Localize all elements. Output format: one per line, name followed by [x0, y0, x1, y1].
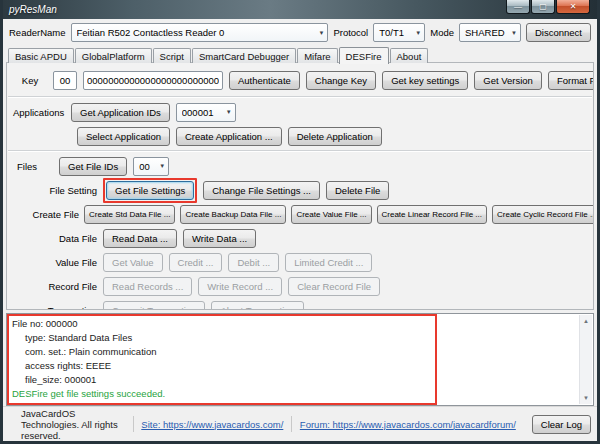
title-bar[interactable]: pyResMan — ▢ ✕	[0, 0, 600, 19]
minimize-button[interactable]: —	[506, 0, 530, 14]
get-application-ids-button[interactable]: Get Application IDs	[71, 103, 170, 122]
change-file-settings-button[interactable]: Change File Settings ...	[203, 181, 320, 200]
file-setting-row: File Setting Get File Settings Change Fi…	[7, 178, 593, 202]
applications-label: Applications	[13, 107, 65, 118]
clear-log-button[interactable]: Clear Log	[532, 415, 591, 434]
forum-link[interactable]: Forum: https://www.javacardos.com/javaca…	[300, 419, 516, 430]
get-key-settings-button[interactable]: Get key settings	[382, 71, 468, 90]
copyright-text: JavaCardOS Technologies. All rights rese…	[21, 408, 125, 441]
authenticate-button[interactable]: Authenticate	[229, 71, 300, 90]
delete-file-button[interactable]: Delete File	[326, 181, 389, 200]
chevron-down-icon: ▼	[415, 30, 421, 36]
status-divider	[291, 416, 292, 432]
annotation-box-get-file-settings: Get File Settings	[103, 178, 197, 203]
applications-row-1: Applications Get Application IDs 000001 …	[7, 100, 593, 124]
create-backup-data-file-button[interactable]: Create Backup Data File ...	[180, 205, 286, 224]
read-records-button: Read Records ...	[103, 277, 192, 296]
transaction-label: Transaction	[13, 305, 97, 311]
log-scrollbar[interactable]: ▲ ▼	[579, 315, 592, 404]
protocol-label: Protocol	[333, 27, 368, 38]
key-value-input[interactable]	[83, 71, 223, 90]
scroll-down-icon[interactable]: ▼	[580, 392, 592, 404]
reader-name-label: ReaderName	[9, 27, 66, 38]
debit-button: Debit ...	[228, 253, 279, 272]
status-divider	[133, 416, 134, 432]
log-line-file-no: File no: 000000	[12, 317, 575, 331]
tab-mifare[interactable]: Mifare	[297, 48, 337, 63]
tab-basic-apdu[interactable]: Basic APDU	[8, 48, 74, 63]
get-file-settings-button[interactable]: Get File Settings	[106, 181, 194, 200]
create-cyclic-record-file-button[interactable]: Create Cyclic Record File ...	[492, 205, 594, 224]
section-divider	[8, 150, 592, 152]
applications-row-2: Select Application Create Application ..…	[7, 124, 593, 148]
log-line-type: type: Standard Data Files	[12, 331, 575, 345]
window-controls: — ▢ ✕	[505, 0, 590, 14]
section-divider	[8, 96, 592, 98]
change-key-button[interactable]: Change Key	[306, 71, 376, 90]
get-version-button[interactable]: Get Version	[474, 71, 542, 90]
file-setting-label: File Setting	[13, 185, 97, 196]
key-section: Key Authenticate Change Key Get key sett…	[7, 66, 593, 94]
delete-application-button[interactable]: Delete Application	[288, 127, 382, 146]
mode-select[interactable]: SHARED ▼	[459, 23, 521, 42]
data-file-label: Data File	[13, 233, 97, 244]
chevron-down-icon: ▼	[226, 109, 232, 115]
window-title: pyResMan	[9, 4, 57, 15]
create-file-row: Create File Create Std Data File ... Cre…	[7, 202, 593, 226]
write-record-button: Write Record ...	[198, 277, 282, 296]
create-linear-record-file-button[interactable]: Create Linear Record File ...	[377, 205, 488, 224]
read-data-button[interactable]: Read Data ...	[103, 229, 177, 248]
maximize-button[interactable]: ▢	[531, 0, 555, 14]
log-line-access-rights: access rights: EEEE	[12, 359, 575, 373]
tab-about[interactable]: About	[390, 48, 429, 63]
reader-toolbar: ReaderName Feitian R502 Contactless Read…	[3, 19, 597, 46]
select-application-button[interactable]: Select Application	[77, 127, 170, 146]
format-picc-button[interactable]: Format PICC	[548, 71, 594, 90]
credit-button: Credit ...	[169, 253, 223, 272]
tab-globalplatform[interactable]: GlobalPlatform	[75, 48, 152, 63]
value-file-row: Value File Get Value Credit ... Debit ..…	[7, 250, 593, 274]
site-link[interactable]: Site: https://www.javacardos.com/	[141, 419, 283, 430]
clear-record-file-button: Clear Record File	[288, 277, 380, 296]
create-application-button[interactable]: Create Application ...	[176, 127, 282, 146]
chevron-down-icon: ▼	[318, 30, 324, 36]
log-line-file-size: file_size: 000001	[12, 373, 575, 387]
log-line-com-set: com. set.: Plain communication	[12, 345, 575, 359]
status-bar: JavaCardOS Technologies. All rights rese…	[3, 406, 597, 441]
reader-name-select[interactable]: Feitian R502 Contactless Reader 0 ▼	[71, 23, 329, 42]
value-file-label: Value File	[13, 257, 97, 268]
application-id-select[interactable]: 000001 ▼	[176, 103, 236, 122]
create-file-label: Create File	[13, 209, 79, 220]
create-value-file-button[interactable]: Create Value File ...	[291, 205, 371, 224]
close-icon: ✕	[570, 3, 577, 11]
desfire-tab-panel: Key Authenticate Change Key Get key sett…	[6, 62, 594, 310]
close-button[interactable]: ✕	[556, 0, 590, 14]
log-output[interactable]: File no: 000000 type: Standard Data File…	[6, 313, 594, 406]
tab-script[interactable]: Script	[153, 48, 191, 63]
transaction-row: Transaction Commit Transaction Abort Tra…	[7, 298, 593, 310]
application-id-value: 000001	[182, 107, 220, 118]
limited-credit-button: Limited Credit ...	[285, 253, 372, 272]
file-id-value: 00	[139, 161, 153, 172]
get-file-ids-button[interactable]: Get File IDs	[59, 157, 127, 176]
write-data-button[interactable]: Write Data ...	[183, 229, 256, 248]
protocol-select[interactable]: T0/T1 ▼	[373, 23, 425, 42]
mode-label: Mode	[430, 27, 454, 38]
disconnect-button[interactable]: Disconnect	[526, 23, 591, 42]
get-value-button: Get Value	[103, 253, 163, 272]
create-std-data-file-button[interactable]: Create Std Data File ...	[84, 205, 175, 224]
file-id-select[interactable]: 00 ▼	[133, 157, 169, 176]
chevron-down-icon: ▼	[511, 30, 517, 36]
tab-desfire[interactable]: DESFire	[339, 47, 389, 64]
log-line-success: DESFire get file settings succeeded.	[12, 387, 575, 401]
scroll-up-icon[interactable]: ▲	[580, 315, 592, 327]
data-file-row: Data File Read Data ... Write Data ...	[7, 226, 593, 250]
record-file-row: Record File Read Records ... Write Recor…	[7, 274, 593, 298]
chevron-down-icon: ▼	[159, 163, 165, 169]
mode-value: SHARED	[465, 27, 505, 38]
key-number-input[interactable]	[53, 71, 77, 90]
record-file-label: Record File	[13, 281, 97, 292]
key-label: Key	[13, 75, 47, 86]
tab-smartcard-debugger[interactable]: SmartCard Debugger	[192, 48, 296, 63]
abort-transaction-button: Abort Transaction	[211, 301, 303, 311]
